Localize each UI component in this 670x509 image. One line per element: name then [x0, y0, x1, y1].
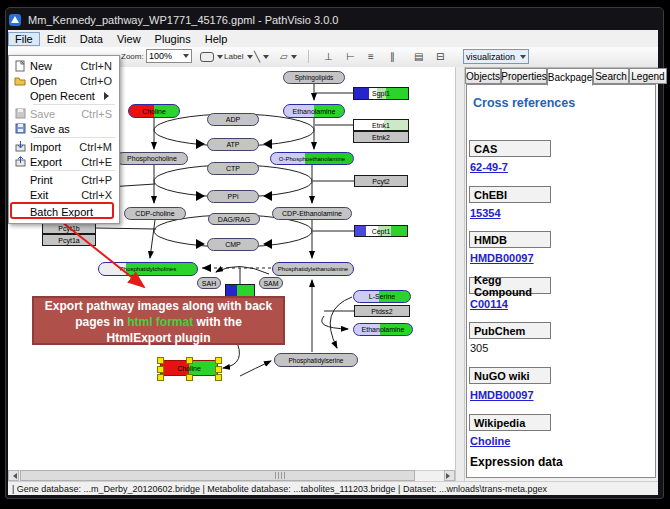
shape-tool-button[interactable]: ▱ [280, 49, 297, 64]
selection-handle[interactable] [186, 357, 193, 364]
metabolite-node-ethanolamine2[interactable]: Ethanolamine [353, 323, 413, 336]
menu-bar: File Edit Data View Plugins Help [8, 30, 658, 48]
tab-legend[interactable]: Legend [629, 68, 667, 84]
metabolite-node-phosphocholine[interactable]: Phosphocholine [116, 152, 188, 165]
xref-link-chebi[interactable]: 15354 [470, 207, 501, 219]
metabolite-node-cdp-choline[interactable]: CDP-choline [124, 207, 186, 220]
gene-node-cept1[interactable]: Cept1 [354, 225, 408, 237]
stack-horizontal-button[interactable]: ⊟ [436, 49, 444, 64]
chevron-down-icon[interactable] [183, 54, 189, 61]
menu-view[interactable]: View [110, 32, 148, 46]
menu-item-print[interactable]: Print Ctrl+P [10, 172, 116, 187]
menu-item-open-recent[interactable]: Open Recent [10, 88, 116, 103]
metabolite-node-ethanolamine-top[interactable]: Ethanolamine [283, 104, 345, 118]
distribute-horizontal-icon: ≡ [368, 51, 374, 62]
panel-splitter[interactable] [455, 67, 465, 481]
label-tool-button[interactable]: Label [224, 49, 253, 64]
metabolite-node-sphingolipids[interactable]: Sphingolipids [283, 71, 345, 84]
annotation-line2: pages in [75, 315, 127, 329]
metabolite-node-atp[interactable]: ATP [207, 138, 259, 151]
gene-node-ptdss2[interactable]: Ptdss2 [354, 305, 410, 317]
scrollbar-thumb[interactable] [20, 470, 415, 481]
export-icon [10, 156, 30, 167]
gene-node-sgpl1[interactable]: Sgpl1 [353, 87, 409, 100]
annotation-callout: Export pathway images along with back pa… [32, 296, 285, 345]
selection-handle[interactable] [215, 366, 222, 373]
submenu-arrow-icon [104, 92, 113, 100]
distribute-vertical-button[interactable]: ∥ [390, 49, 395, 64]
menu-help[interactable]: Help [198, 32, 235, 46]
selection-handle[interactable] [215, 374, 222, 381]
menu-edit[interactable]: Edit [40, 32, 73, 46]
metabolite-node-ctp[interactable]: CTP [207, 162, 259, 175]
metabolite-node-phosphatidylcholines[interactable]: Phosphatidylcholines [98, 262, 198, 276]
xref-link-cas[interactable]: 62-49-7 [470, 161, 508, 173]
align-center-icon: ⊥ [324, 51, 333, 62]
xref-section-chebi: ChEBI [469, 186, 551, 203]
xref-link-hmdb[interactable]: HMDB00097 [470, 252, 534, 264]
stack-vertical-button[interactable]: ▤ [414, 49, 423, 64]
distribute-vertical-icon: ∥ [390, 51, 395, 62]
annotation-highlight: html format [127, 315, 193, 329]
menu-item-save-as[interactable]: Save as [10, 121, 116, 136]
align-middle-button[interactable]: ⊢ [346, 49, 355, 64]
xref-link-kegg[interactable]: C00114 [470, 298, 508, 310]
annotation-line1: Export pathway images along with back [45, 299, 272, 313]
metabolite-node-l-serine[interactable]: L-Serine [353, 290, 411, 303]
metabolite-node-o-phosphoethanolamine[interactable]: O-Phosphoethanolamine [270, 152, 354, 165]
distribute-horizontal-button[interactable]: ≡ [368, 49, 374, 64]
chevron-down-icon[interactable] [247, 55, 253, 62]
menu-item-new[interactable]: New Ctrl+N [10, 58, 116, 73]
metabolite-node-phosphatidylserine[interactable]: Phosphatidylserine [274, 353, 358, 367]
stack-vertical-icon: ▤ [414, 51, 423, 62]
chevron-down-icon[interactable] [520, 55, 526, 62]
toolbar-separator [308, 50, 309, 63]
menu-item-import[interactable]: Import Ctrl+M [10, 139, 116, 154]
datanode-tool-button[interactable] [200, 49, 223, 64]
menu-item-open[interactable]: Open Ctrl+O [10, 73, 116, 88]
gene-node-etnk1[interactable]: Etnk1 [353, 119, 409, 131]
align-center-button[interactable]: ⊥ [324, 49, 333, 64]
file-menu-dropdown: New Ctrl+N Open Ctrl+O Open Recent Save … [8, 55, 120, 224]
scroll-right-button[interactable] [444, 470, 455, 481]
metabolite-node-sah[interactable]: SAH [197, 277, 221, 289]
selection-handle[interactable] [157, 357, 164, 364]
scroll-left-button[interactable] [8, 470, 19, 481]
metabolite-node-phosphatidylethanolamine[interactable]: Phosphatidylethanolamine [272, 262, 354, 276]
app-icon [8, 13, 22, 27]
menu-plugins[interactable]: Plugins [148, 32, 198, 46]
tab-properties[interactable]: Properties [501, 68, 547, 84]
selection-handle[interactable] [215, 357, 222, 364]
tab-backpage[interactable]: Backpage [547, 68, 593, 86]
metabolite-node-adp[interactable]: ADP [207, 113, 259, 126]
metabolite-node-sam[interactable]: SAM [259, 277, 283, 289]
chevron-down-icon[interactable] [291, 55, 297, 62]
menu-item-export[interactable]: Export Ctrl+E [10, 154, 116, 169]
metabolite-node-choline-top[interactable]: Choline [128, 104, 180, 118]
chevron-down-icon[interactable] [217, 55, 223, 62]
datanode-icon [200, 52, 214, 62]
tab-search[interactable]: Search [593, 68, 629, 84]
gene-node-pcyt1a[interactable]: Pcyt1a [42, 234, 96, 246]
xref-link-wikipedia[interactable]: Choline [470, 435, 510, 447]
visualization-combobox[interactable]: visualization [463, 49, 529, 64]
xref-link-nugo[interactable]: HMDB00097 [470, 389, 534, 401]
menu-item-exit[interactable]: Exit Ctrl+X [10, 187, 116, 202]
selection-handle[interactable] [157, 374, 164, 381]
selection-handle[interactable] [157, 366, 164, 373]
metabolite-node-ppi[interactable]: PPi [207, 190, 259, 203]
menu-file[interactable]: File [8, 32, 40, 46]
tab-objects[interactable]: Objects [465, 68, 501, 84]
save-icon [10, 108, 30, 119]
gene-node-etnk2[interactable]: Etnk2 [353, 131, 409, 143]
selection-handle[interactable] [186, 374, 193, 381]
gene-node-pcyt2[interactable]: Pcyt2 [354, 175, 408, 187]
zoom-combobox[interactable]: 100% [146, 49, 192, 63]
line-tool-button[interactable]: ╲ [254, 49, 269, 64]
chevron-down-icon[interactable] [263, 55, 269, 62]
menu-data[interactable]: Data [73, 32, 110, 46]
metabolite-node-dag[interactable]: DAG/RAG [208, 213, 260, 225]
metabolite-node-cmp[interactable]: CMP [207, 238, 259, 251]
open-folder-icon [10, 76, 30, 86]
metabolite-node-cdp-ethanolamine[interactable]: CDP-Ethanolamine [272, 207, 352, 220]
